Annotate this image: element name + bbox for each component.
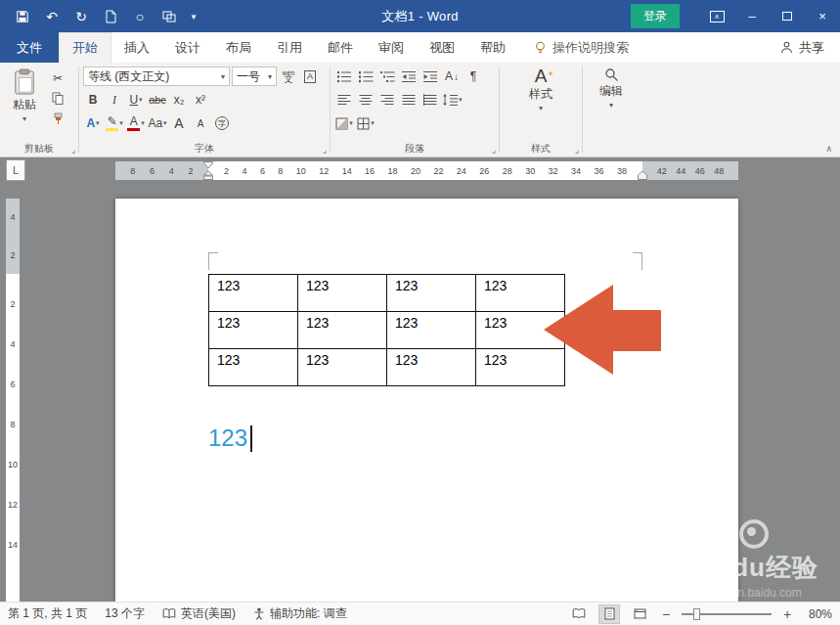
table-cell[interactable]: 123 xyxy=(298,312,387,349)
italic-button[interactable]: I xyxy=(105,91,124,110)
zoom-level[interactable]: 80% xyxy=(803,607,832,621)
font-dialog-launcher[interactable]: ⌟ xyxy=(323,145,327,155)
copy-button[interactable] xyxy=(48,89,67,108)
bold-button[interactable]: B xyxy=(83,91,103,110)
underline-button[interactable]: U ▾ xyxy=(126,91,146,110)
print-layout-button[interactable] xyxy=(598,604,620,624)
paragraph-group: A↓ ¶ xyxy=(331,63,499,156)
distribute-button[interactable] xyxy=(420,91,440,110)
text-effects-button[interactable]: A ▾ xyxy=(83,114,103,133)
change-case-button[interactable]: Aa ▾ xyxy=(148,114,167,133)
document-page[interactable]: 123 123 123 123 123 123 123 123 123 123 … xyxy=(115,199,738,602)
first-line-indent-marker[interactable] xyxy=(203,161,213,169)
cut-button[interactable]: ✂ xyxy=(48,68,67,87)
close-button[interactable]: × xyxy=(805,0,840,32)
superscript-button[interactable]: x² xyxy=(191,91,210,110)
font-size-combo[interactable]: 一号 ▾ xyxy=(232,67,277,86)
character-border-button[interactable]: A xyxy=(300,67,320,86)
share-button[interactable]: 共享 xyxy=(780,32,824,63)
sort-button[interactable]: A↓ xyxy=(442,67,462,86)
tab-mailings[interactable]: 邮件 xyxy=(315,32,366,63)
ruler-number: 6 xyxy=(260,166,265,176)
tab-file[interactable]: 文件 xyxy=(0,32,59,63)
increase-indent-button[interactable] xyxy=(420,67,440,86)
styles-dialog-launcher[interactable]: ⌟ xyxy=(575,145,579,155)
customize-qat-button[interactable]: ▾ xyxy=(184,0,203,32)
minimize-button[interactable]: – xyxy=(734,0,770,32)
tab-home[interactable]: 开始 xyxy=(59,32,111,63)
horizontal-ruler[interactable]: 8642 2468101214161820222426283032343638 … xyxy=(115,161,738,180)
line-spacing-button[interactable]: ▾ xyxy=(442,91,463,110)
table-cell[interactable]: 123 xyxy=(387,312,476,349)
right-indent-marker[interactable] xyxy=(638,171,647,180)
table-cell[interactable]: 123 xyxy=(209,312,298,349)
numbering-button[interactable] xyxy=(356,67,376,86)
editing-button[interactable]: 编辑 ▾ xyxy=(592,66,631,142)
enclose-character-icon: 字 xyxy=(215,116,229,130)
tab-view[interactable]: 视图 xyxy=(417,32,467,63)
table-cell[interactable]: 123 xyxy=(387,275,476,312)
collapse-ribbon-button[interactable]: ∧ xyxy=(825,144,832,154)
text-highlight-button[interactable]: ✎ ▾ xyxy=(105,114,124,133)
phonetic-guide-button[interactable]: wén 文 xyxy=(279,67,298,86)
hanging-indent-marker[interactable] xyxy=(203,171,213,180)
tab-stop-selector[interactable]: L xyxy=(6,159,25,181)
show-marks-button[interactable]: ¶ xyxy=(464,67,483,86)
vertical-ruler[interactable]: 42 2468101214 xyxy=(6,199,20,602)
page-number-status[interactable]: 第 1 页, 共 1 页 xyxy=(8,605,87,622)
shrink-font-button[interactable]: A xyxy=(191,114,210,133)
paragraph-dialog-launcher[interactable]: ⌟ xyxy=(492,145,496,155)
justify-button[interactable] xyxy=(399,91,419,110)
document-text[interactable]: 123 xyxy=(208,424,252,452)
table-cell[interactable]: 123 xyxy=(209,275,298,312)
document-table[interactable]: 123 123 123 123 123 123 123 123 123 123 … xyxy=(208,274,565,386)
decrease-indent-button[interactable] xyxy=(399,67,419,86)
switch-windows-button[interactable] xyxy=(155,0,184,32)
enclose-character-button[interactable]: 字 xyxy=(212,114,232,133)
tab-review[interactable]: 审阅 xyxy=(366,32,417,63)
table-cell[interactable]: 123 xyxy=(387,349,476,386)
align-left-button[interactable] xyxy=(334,91,354,110)
read-mode-button[interactable] xyxy=(568,604,590,624)
undo-button[interactable]: ↶ xyxy=(37,0,66,32)
format-painter-button[interactable] xyxy=(48,110,67,128)
tab-help[interactable]: 帮助 xyxy=(467,32,518,63)
grow-font-button[interactable]: A xyxy=(169,114,189,133)
table-cell[interactable]: 123 xyxy=(298,275,387,312)
tab-insert[interactable]: 插入 xyxy=(111,32,162,63)
table-cell[interactable]: 123 xyxy=(298,349,387,386)
align-right-button[interactable] xyxy=(377,91,397,110)
redo-button[interactable]: ↻ xyxy=(66,0,96,32)
zoom-out-button[interactable]: − xyxy=(659,606,673,622)
clipboard-dialog-launcher[interactable]: ⌟ xyxy=(71,145,75,155)
bullets-button[interactable] xyxy=(334,67,354,86)
zoom-slider-thumb[interactable] xyxy=(693,608,700,620)
styles-button[interactable]: A✦ 样式 ▾ xyxy=(521,66,560,142)
font-name-combo[interactable]: 等线 (西文正文) ▾ xyxy=(83,67,230,86)
table-cell[interactable]: 123 xyxy=(209,349,298,386)
word-count-status[interactable]: 13 个字 xyxy=(105,605,145,622)
new-document-button[interactable] xyxy=(96,0,125,32)
maximize-button[interactable] xyxy=(770,0,805,32)
align-center-button[interactable] xyxy=(356,91,376,110)
shading-button[interactable]: ▾ xyxy=(334,114,354,133)
paste-button[interactable]: 粘贴 ▾ xyxy=(4,66,45,142)
subscript-button[interactable]: x₂ xyxy=(169,91,189,110)
zoom-in-button[interactable]: + xyxy=(780,606,794,622)
zoom-slider[interactable] xyxy=(682,613,772,615)
draw-circle-button[interactable]: ○ xyxy=(125,0,155,32)
multilevel-list-button[interactable] xyxy=(377,67,397,86)
tab-references[interactable]: 引用 xyxy=(264,32,315,63)
save-button[interactable] xyxy=(8,0,37,32)
borders-button[interactable]: ▾ xyxy=(356,114,376,133)
strikethrough-button[interactable]: abc xyxy=(148,91,167,110)
tab-design[interactable]: 设计 xyxy=(162,32,213,63)
web-layout-button[interactable] xyxy=(629,604,650,624)
font-color-button[interactable]: A ▾ xyxy=(126,114,146,133)
accessibility-status[interactable]: 辅助功能: 调查 xyxy=(253,605,347,622)
tab-layout[interactable]: 布局 xyxy=(213,32,264,63)
tell-me-search[interactable]: 操作说明搜索 xyxy=(534,32,629,63)
sign-in-button[interactable]: 登录 xyxy=(631,4,680,28)
language-status[interactable]: 英语(美国) xyxy=(162,605,236,622)
ribbon-display-options-button[interactable]: ∧ xyxy=(699,0,734,32)
